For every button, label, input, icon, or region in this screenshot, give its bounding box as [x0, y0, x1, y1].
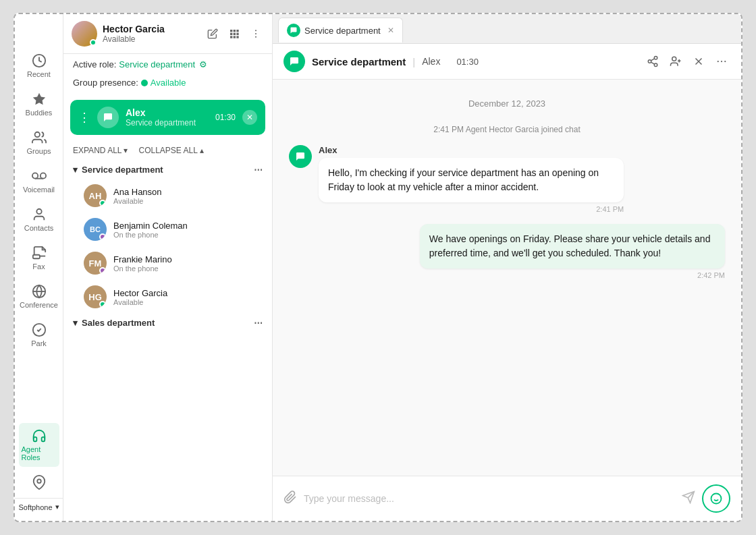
sidebar-item-agent-roles[interactable]: Agent Roles — [19, 423, 59, 467]
chat-header-name: Service department — [312, 56, 406, 67]
svg-rect-17 — [236, 33, 238, 35]
agent-info: Hector Garcia Available — [103, 24, 165, 44]
sidebar-item-park[interactable]: Park — [19, 317, 59, 353]
active-chat-card[interactable]: ⋮ Alex Service department 01:30 ✕ — [70, 100, 265, 135]
ana-status-dot — [99, 200, 106, 206]
tab-icon — [287, 24, 300, 37]
edit-button[interactable] — [205, 26, 221, 42]
agent-header: Hector Garcia Available — [63, 14, 272, 54]
member-hector-garcia[interactable]: HG Hector Garcia Available — [63, 280, 272, 314]
presence-dot — [141, 80, 148, 86]
role-gear-icon[interactable]: ⚙ — [199, 59, 207, 69]
chat-card-menu[interactable]: ⋮ — [78, 110, 90, 125]
member-frankie-marino[interactable]: FM Frankie Marino On the phone — [63, 246, 272, 280]
service-dept-tab[interactable]: Service department ✕ — [278, 18, 403, 43]
benjamin-avatar: BC — [84, 218, 107, 241]
system-message: 2:41 PM Agent Hector Garcia joined chat — [289, 125, 725, 134]
emoji-button[interactable] — [702, 484, 730, 513]
collapse-all-button[interactable]: COLLAPSE ALL ▴ — [138, 146, 203, 155]
svg-point-2 — [34, 132, 39, 137]
ana-info: Ana Hanson Available — [113, 187, 162, 205]
svg-point-29 — [672, 57, 676, 61]
chat-header-time: 01:30 — [456, 57, 479, 67]
expand-all-button[interactable]: EXPAND ALL ▾ — [73, 146, 128, 155]
alex-time: 2:41 PM — [319, 205, 624, 213]
sales-dept-name: Sales department — [82, 318, 155, 328]
ana-avatar: AH — [84, 184, 107, 207]
softphone-dropdown[interactable]: Softphone ▾ — [15, 498, 63, 515]
date-divider: December 12, 2023 — [289, 98, 725, 109]
chat-more-button[interactable] — [713, 53, 730, 70]
svg-point-34 — [718, 61, 719, 62]
share-button[interactable] — [644, 53, 662, 70]
alex-avatar — [289, 145, 312, 168]
svg-rect-19 — [234, 36, 236, 38]
chat-card-info: Alex Service department — [126, 107, 209, 128]
active-role-link[interactable]: Service department — [119, 59, 195, 69]
frankie-info: Frankie Marino On the phone — [113, 254, 172, 273]
chat-header-icon — [284, 51, 305, 72]
chat-input-area — [273, 476, 741, 521]
svg-point-11 — [37, 479, 41, 483]
presence-value: Available — [151, 78, 186, 88]
message-input[interactable] — [304, 493, 675, 504]
sidebar-item-contacts[interactable]: Contacts — [19, 202, 59, 237]
header-actions — [205, 26, 264, 42]
sidebar-item-fax[interactable]: Fax — [19, 240, 59, 276]
svg-marker-1 — [32, 93, 45, 105]
close-chat-button[interactable] — [690, 53, 707, 70]
svg-rect-15 — [230, 33, 232, 35]
collapse-nav-button[interactable] — [34, 20, 45, 45]
hector-status-dot — [99, 301, 106, 308]
chat-card-dept: Service department — [126, 118, 209, 128]
agent-status-text: Available — [103, 34, 165, 44]
sidebar-item-recent[interactable]: Recent — [19, 48, 59, 84]
sales-dept-header[interactable]: ▾ Sales department ⋯ — [63, 314, 272, 332]
agent-bubble: We have openings on Friday. Please share… — [420, 224, 725, 269]
middle-panel: Hector Garcia Available Active role: Ser… — [63, 14, 273, 521]
hector-info: Hector Garcia Available — [113, 288, 167, 306]
service-dept-header[interactable]: ▾ Service department ⋯ — [63, 161, 272, 179]
svg-point-6 — [36, 209, 41, 214]
service-dept-more[interactable]: ⋯ — [254, 165, 263, 175]
hector-avatar: HG — [84, 285, 107, 308]
sidebar-item-buddies[interactable]: Buddies — [19, 86, 59, 122]
agent-name: Hector Garcia — [103, 24, 165, 34]
alex-message-wrap: Alex Hello, I'm checking if your service… — [319, 145, 624, 213]
more-button[interactable] — [248, 26, 264, 42]
svg-point-35 — [721, 61, 722, 62]
add-participant-button[interactable] — [667, 53, 684, 70]
alex-sender: Alex — [319, 145, 624, 155]
svg-rect-16 — [234, 33, 236, 35]
sidebar-item-groups[interactable]: Groups — [19, 125, 59, 161]
sales-department-section: ▾ Sales department ⋯ — [63, 314, 272, 332]
svg-point-25 — [648, 60, 651, 63]
sidebar-item-location[interactable] — [19, 470, 59, 495]
svg-point-39 — [711, 494, 722, 504]
svg-point-22 — [255, 33, 256, 34]
tab-close-button[interactable]: ✕ — [387, 26, 394, 35]
svg-rect-18 — [230, 36, 232, 38]
sales-dept-more[interactable]: ⋯ — [254, 318, 263, 328]
member-benjamin-coleman[interactable]: BC Benjamin Coleman On the phone — [63, 213, 272, 246]
frankie-avatar: FM — [84, 252, 107, 275]
chat-card-icon — [97, 107, 119, 128]
agent-status-indicator — [90, 39, 97, 46]
message-row-agent: We have openings on Friday. Please share… — [289, 224, 725, 279]
agent-message-wrap: We have openings on Friday. Please share… — [420, 224, 725, 279]
group-presence-row: Group presence: Available — [63, 75, 272, 94]
tab-label: Service department — [304, 26, 381, 36]
send-button[interactable] — [682, 490, 695, 507]
svg-point-36 — [724, 61, 726, 62]
sidebar-item-conference[interactable]: Conference — [19, 279, 59, 314]
grid-button[interactable] — [226, 26, 242, 42]
member-ana-hanson[interactable]: AH Ana Hanson Available — [63, 179, 272, 213]
svg-rect-7 — [32, 255, 39, 259]
attach-button[interactable] — [284, 490, 297, 507]
message-row-alex: Alex Hello, I'm checking if your service… — [289, 145, 725, 213]
benjamin-info: Benjamin Coleman On the phone — [113, 221, 188, 239]
svg-rect-13 — [234, 30, 236, 32]
sidebar-item-voicemail[interactable]: Voicemail — [19, 163, 59, 199]
chat-card-close-button[interactable]: ✕ — [242, 110, 257, 125]
chat-card-time: 01:30 — [215, 113, 236, 122]
